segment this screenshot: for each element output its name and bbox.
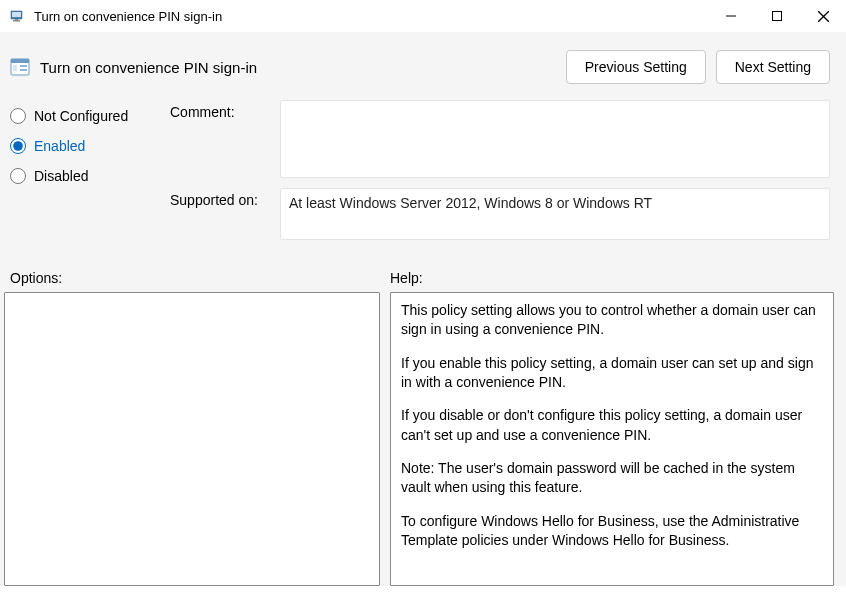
policy-title: Turn on convenience PIN sign-in <box>40 59 556 76</box>
supported-label: Supported on: <box>170 188 280 240</box>
svg-rect-11 <box>20 69 27 71</box>
svg-rect-1 <box>12 12 21 17</box>
radio-not-configured[interactable]: Not Configured <box>10 108 170 124</box>
window-controls <box>708 0 846 32</box>
options-panel <box>4 292 380 586</box>
svg-rect-3 <box>15 19 18 21</box>
radio-not-configured-label: Not Configured <box>34 108 128 124</box>
maximize-button[interactable] <box>754 0 800 32</box>
comment-input[interactable] <box>280 100 830 178</box>
help-paragraph: To configure Windows Hello for Business,… <box>401 512 823 551</box>
policy-icon <box>10 8 26 24</box>
window-title: Turn on convenience PIN sign-in <box>34 9 708 24</box>
svg-rect-9 <box>11 59 29 63</box>
next-setting-button[interactable]: Next Setting <box>716 50 830 84</box>
help-paragraph: If you disable or don't configure this p… <box>401 406 823 445</box>
fields-column: Comment: Supported on: At least Windows … <box>170 100 830 250</box>
state-column: Not Configured Enabled Disabled <box>10 100 170 250</box>
policy-setting-icon <box>10 57 30 77</box>
radio-enabled-label: Enabled <box>34 138 85 154</box>
panels: This policy setting allows you to contro… <box>0 292 846 586</box>
help-paragraph: Note: The user's domain password will be… <box>401 459 823 498</box>
radio-disabled[interactable]: Disabled <box>10 168 170 184</box>
comment-row: Comment: <box>170 100 830 178</box>
minimize-button[interactable] <box>708 0 754 32</box>
svg-rect-10 <box>20 65 27 67</box>
help-panel[interactable]: This policy setting allows you to contro… <box>390 292 834 586</box>
supported-on-text: At least Windows Server 2012, Windows 8 … <box>280 188 830 240</box>
config-area: Not Configured Enabled Disabled Comment:… <box>0 94 846 256</box>
close-button[interactable] <box>800 0 846 32</box>
radio-not-configured-input[interactable] <box>10 108 26 124</box>
titlebar: Turn on convenience PIN sign-in <box>0 0 846 32</box>
radio-disabled-label: Disabled <box>34 168 88 184</box>
help-paragraph: This policy setting allows you to contro… <box>401 301 823 340</box>
help-label: Help: <box>390 270 423 286</box>
comment-label: Comment: <box>170 100 280 178</box>
options-label: Options: <box>10 270 390 286</box>
radio-disabled-input[interactable] <box>10 168 26 184</box>
panel-labels: Options: Help: <box>0 256 846 292</box>
previous-setting-button[interactable]: Previous Setting <box>566 50 706 84</box>
header: Turn on convenience PIN sign-in Previous… <box>0 32 846 94</box>
help-paragraph: If you enable this policy setting, a dom… <box>401 354 823 393</box>
radio-enabled[interactable]: Enabled <box>10 138 170 154</box>
radio-enabled-input[interactable] <box>10 138 26 154</box>
svg-rect-5 <box>773 12 782 21</box>
svg-rect-12 <box>13 65 17 71</box>
supported-row: Supported on: At least Windows Server 20… <box>170 188 830 240</box>
